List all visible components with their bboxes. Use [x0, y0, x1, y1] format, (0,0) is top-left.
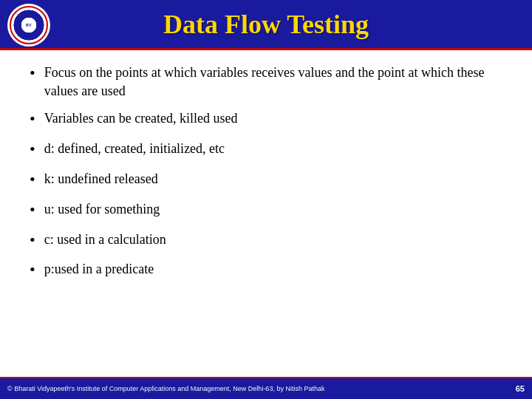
- footer-credit: © Bharati Vidyapeeth's Institute of Comp…: [7, 385, 324, 392]
- bullet-text: c: used in a calculation: [44, 231, 166, 249]
- bullet-text: d: defined, created, initialized, etc: [44, 140, 225, 158]
- bullet-icon: •: [30, 229, 35, 252]
- header: BV Data Flow Testing: [0, 0, 532, 50]
- content-area: • Focus on the points at which variables…: [0, 50, 532, 377]
- list-item: • p:used in a predicate: [30, 260, 502, 282]
- bullet-icon: •: [30, 259, 35, 282]
- bullet-text: Focus on the points at which variables r…: [44, 64, 502, 100]
- page-title: Data Flow Testing: [163, 9, 369, 40]
- bullet-icon: •: [30, 108, 35, 131]
- list-item: • c: used in a calculation: [30, 231, 502, 252]
- list-item: • Focus on the points at which variables…: [30, 64, 502, 100]
- footer-page: 65: [516, 384, 525, 393]
- list-item: • k: undefined released: [30, 170, 502, 191]
- bullet-icon: •: [30, 168, 35, 191]
- slide-container: BV Data Flow Testing • Focus on the poin…: [0, 0, 532, 399]
- logo-inner: BV: [10, 6, 48, 44]
- bullet-text: Variables can be created, killed used: [44, 109, 238, 128]
- bullet-icon: •: [30, 62, 35, 85]
- list-item: • d: defined, created, initialized, etc: [30, 140, 502, 161]
- footer: © Bharati Vidyapeeth's Institute of Comp…: [0, 377, 532, 399]
- bullet-icon: •: [30, 199, 35, 222]
- bullet-text: p:used in a predicate: [44, 260, 154, 279]
- logo: BV: [7, 4, 50, 47]
- list-item: • Variables can be created, killed used: [30, 109, 502, 131]
- logo-text: BV: [26, 23, 32, 28]
- bullet-text: k: undefined released: [44, 170, 158, 188]
- list-item: • u: used for something: [30, 200, 502, 222]
- bullet-text: u: used for something: [44, 200, 160, 219]
- bullet-icon: •: [30, 138, 35, 161]
